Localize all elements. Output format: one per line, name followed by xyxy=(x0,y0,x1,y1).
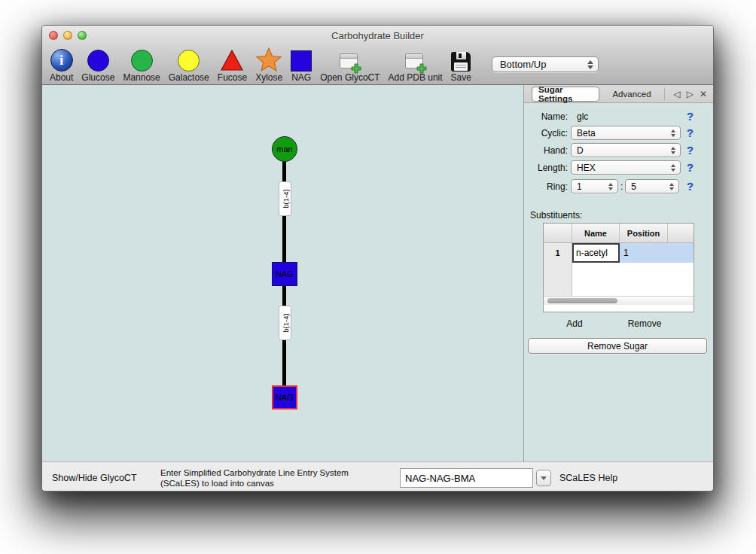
window-title: Carbohydrate Builder xyxy=(42,30,713,41)
length-value: HEX xyxy=(577,163,596,173)
about-button[interactable]: i About xyxy=(50,47,73,83)
orange-star-icon xyxy=(256,47,282,72)
hand-value: D xyxy=(577,145,584,156)
name-label: Name: xyxy=(524,111,568,122)
length-label: Length: xyxy=(524,163,568,173)
glucose-button[interactable]: Glucose xyxy=(81,47,114,83)
xylose-button[interactable]: Xylose xyxy=(255,47,282,83)
header-extra xyxy=(668,224,694,242)
scales-input[interactable] xyxy=(400,468,533,488)
length-help-icon[interactable]: ? xyxy=(684,162,696,174)
stepper-arrows-icon xyxy=(671,147,675,154)
ring-end-stepper[interactable]: 5 xyxy=(625,179,679,193)
add-substituent-button[interactable]: Add xyxy=(554,318,595,329)
substituents-label: Substituents: xyxy=(530,210,582,221)
name-help-icon[interactable]: ? xyxy=(684,111,696,123)
chevron-down-icon xyxy=(541,476,547,480)
orientation-select[interactable]: Bottom/Up xyxy=(492,56,599,72)
ring-help-icon[interactable]: ? xyxy=(684,181,696,193)
glycan-canvas[interactable]: man b(1-4) NAG b(1-4) NAG xyxy=(42,85,525,461)
yellow-circle-icon xyxy=(178,50,200,72)
tool-label: Save xyxy=(451,72,471,83)
tool-label: Add PDB unit xyxy=(389,72,443,83)
scales-help-button[interactable]: SCaLES Help xyxy=(559,473,617,483)
hand-label: Hand: xyxy=(524,145,568,156)
ring-end-value: 5 xyxy=(631,181,636,192)
floppy-icon xyxy=(451,52,471,72)
tab-close-icon[interactable]: ✕ xyxy=(700,89,707,99)
green-circle-icon xyxy=(131,50,153,72)
cyclic-help-icon[interactable]: ? xyxy=(684,127,696,139)
galactose-button[interactable]: Galactose xyxy=(169,47,209,83)
tab-next-icon[interactable]: ▷ xyxy=(687,89,694,99)
remove-substituent-button[interactable]: Remove xyxy=(617,318,672,329)
length-select[interactable]: HEX xyxy=(571,160,681,175)
tool-label: Glucose xyxy=(81,72,114,83)
table-header: Name Position xyxy=(544,224,694,243)
mannose-button[interactable]: Mannose xyxy=(123,47,160,83)
sugar-settings-panel: Sugar Settings Advanced ◁ ▷ ✕ Name: glc … xyxy=(523,85,713,461)
fucose-button[interactable]: Fucose xyxy=(218,47,247,83)
save-button[interactable]: Save xyxy=(451,47,471,83)
ring-label: Ring: xyxy=(524,181,568,192)
header-name: Name xyxy=(572,224,620,242)
tab-advanced[interactable]: Advanced xyxy=(602,87,661,102)
app-window: Carbohydrate Builder i About Glucose Man… xyxy=(41,25,714,492)
bond-label: b(1-4) xyxy=(279,306,291,340)
table-row[interactable]: 1 n-acetyl 1 xyxy=(544,243,694,263)
tab-prev-icon[interactable]: ◁ xyxy=(673,89,680,99)
ring-colon: : xyxy=(620,181,623,192)
stepper-arrows-icon xyxy=(669,183,674,190)
nag-button[interactable]: NAG xyxy=(291,47,312,83)
ring-start-stepper[interactable]: 1 xyxy=(571,179,618,193)
row-extra xyxy=(668,243,694,263)
stepper-arrows-icon xyxy=(671,129,675,137)
header-position: Position xyxy=(620,224,668,242)
statusbar: Show/Hide GlycoCT Enter Simplified Carbo… xyxy=(42,461,713,492)
scales-history-dropdown-button[interactable] xyxy=(536,470,551,486)
blue-square-icon xyxy=(291,50,312,72)
header-index xyxy=(544,224,572,242)
remove-sugar-button[interactable]: Remove Sugar xyxy=(528,338,707,354)
window-plus-icon xyxy=(405,53,425,72)
tool-label: About xyxy=(50,72,73,83)
tool-label: Galactose xyxy=(169,72,209,83)
node-man[interactable]: man xyxy=(272,136,297,162)
scales-caption: Enter Simplified Carbohydrate Line Entry… xyxy=(160,467,349,489)
add-pdb-unit-button[interactable]: Add PDB unit xyxy=(389,47,443,83)
node-nag-2-selected[interactable]: NAG xyxy=(272,385,297,409)
window-plus-icon xyxy=(340,53,360,72)
tool-label: Open GlycoCT xyxy=(320,72,380,83)
cyclic-value: Beta xyxy=(577,128,596,138)
stepper-arrows-icon xyxy=(608,183,613,190)
info-icon: i xyxy=(50,49,73,72)
red-triangle-icon xyxy=(220,47,244,72)
blue-circle-icon xyxy=(87,50,109,72)
hand-help-icon[interactable]: ? xyxy=(684,145,696,157)
tool-label: Fucose xyxy=(218,72,247,83)
table-horizontal-scrollbar[interactable] xyxy=(544,296,694,305)
bond-label: b(1-4) xyxy=(279,181,291,216)
cyclic-select[interactable]: Beta xyxy=(571,126,681,140)
popup-arrows-icon xyxy=(587,60,593,69)
panel-tabstrip: Sugar Settings Advanced ◁ ▷ ✕ xyxy=(524,85,713,103)
orientation-value: Bottom/Up xyxy=(500,59,546,70)
node-nag-1[interactable]: NAG xyxy=(272,262,297,286)
scrollbar-thumb[interactable] xyxy=(547,298,617,303)
substituent-position-cell[interactable]: 1 xyxy=(620,243,668,263)
show-hide-glycoct-button[interactable]: Show/Hide GlycoCT xyxy=(52,473,137,483)
substituent-name-cell[interactable]: n-acetyl xyxy=(572,243,620,263)
tab-separator xyxy=(664,88,665,100)
open-glycoct-button[interactable]: Open GlycoCT xyxy=(320,47,380,83)
hand-select[interactable]: D xyxy=(571,143,681,157)
substituents-table: Name Position 1 n-acetyl 1 xyxy=(543,223,694,312)
tab-sugar-settings[interactable]: Sugar Settings xyxy=(532,87,599,102)
ring-start-value: 1 xyxy=(577,181,582,192)
row-index: 1 xyxy=(544,243,572,263)
tool-label: Mannose xyxy=(123,72,160,83)
tool-label: NAG xyxy=(291,72,311,83)
name-value: glc xyxy=(577,111,588,122)
cyclic-label: Cyclic: xyxy=(524,128,568,138)
stepper-arrows-icon xyxy=(671,164,675,172)
tool-label: Xylose xyxy=(255,72,282,83)
